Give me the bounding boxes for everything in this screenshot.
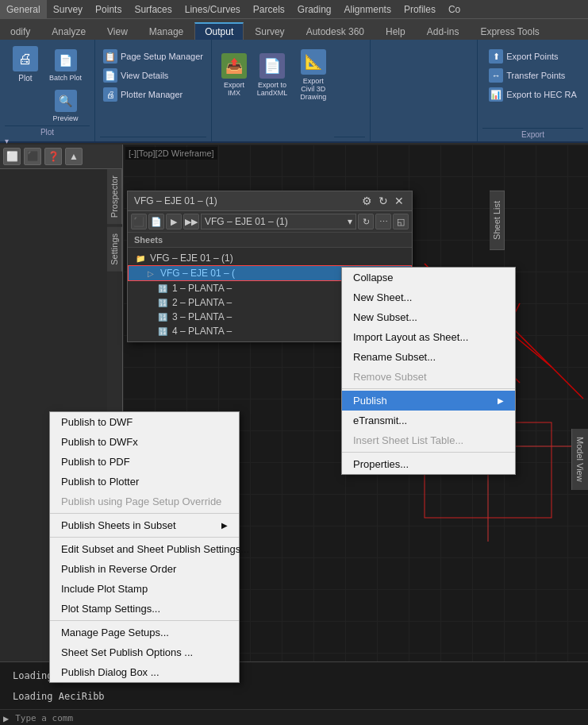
batch-plot-icon: 📄 (55, 49, 77, 71)
menu-points[interactable]: Points (89, 0, 128, 18)
export-civil3d-button[interactable]: 📐 Export Civil 3DDrawing (293, 46, 334, 104)
model-view-tab[interactable]: Model View (571, 429, 588, 490)
preview-button[interactable]: 🔍 Preview (44, 87, 86, 125)
tab-autodesk360[interactable]: Autodesk 360 (296, 22, 375, 40)
ctx-collapse[interactable]: Collapse (342, 268, 515, 287)
tab-view[interactable]: View (97, 22, 138, 40)
export-points-button[interactable]: ⬆ Export Points (486, 48, 580, 65)
ctx-left-stamp-settings[interactable]: Plot Stamp Settings... (50, 599, 239, 619)
transfer-points-icon: ↔ (489, 68, 503, 83)
sm-btn-2[interactable]: 📄 (148, 214, 164, 229)
ctx-left-edit-settings[interactable]: Edit Subset and Sheet Publish Settings..… (50, 539, 239, 559)
export-civil3d-icon: 📐 (301, 49, 326, 75)
ctx-left-sheet-options[interactable]: Sheet Set Publish Options ... (50, 642, 239, 662)
batch-plot-button[interactable]: 📄 Batch Plot (44, 46, 86, 85)
ctx-left-sep-2 (50, 537, 239, 538)
ctx-left-page-setup: Publish using Page Setup Override (50, 492, 239, 511)
sm-expand[interactable]: ◱ (393, 214, 409, 229)
console-prompt-icon: ▶ (3, 713, 9, 724)
export-main-label (334, 137, 365, 141)
export-imx-icon: 📤 (221, 53, 247, 79)
ctx-publish-arrow: ▶ (498, 396, 504, 405)
tab-addins[interactable]: Add-ins (417, 22, 470, 40)
panel-tool-1[interactable]: ⬜ (3, 148, 21, 165)
tab-manage[interactable]: Manage (139, 22, 194, 40)
ctx-left-dwfx[interactable]: Publish to DWFx (50, 432, 239, 452)
export-imx-button[interactable]: 📤 Export IMX (217, 46, 252, 104)
ctx-properties[interactable]: Properties... (342, 454, 515, 474)
ctx-left-page-setups[interactable]: Manage Page Setups... (50, 623, 239, 642)
ctx-left-pdf[interactable]: Publish to PDF (50, 452, 239, 472)
sheet-2-icon: 🔢 (156, 297, 169, 308)
console-line-2: Loading AeciRibb (6, 686, 582, 707)
ctx-rename-subset[interactable]: Rename Subset... (342, 347, 515, 367)
sheet-manager-refresh[interactable]: ↻ (377, 195, 390, 207)
menu-grading[interactable]: Grading (291, 0, 338, 18)
view-details-icon: 📄 (103, 68, 117, 83)
tab-odify[interactable]: odify (0, 22, 40, 40)
panel-tool-2[interactable]: ⬛ (24, 148, 41, 165)
ctx-left-subset[interactable]: Publish Sheets in Subset ▶ (50, 515, 239, 535)
sheet-manager-close[interactable]: ✕ (393, 195, 405, 207)
export-hec-ra-button[interactable]: 📊 Export to HEC RA (486, 86, 580, 103)
menu-co[interactable]: Co (442, 0, 467, 18)
ctx-publish[interactable]: Publish ▶ (342, 391, 515, 411)
sheet-subset-icon: ▷ (144, 268, 157, 279)
ctx-separator-1 (342, 388, 515, 389)
view-details-button[interactable]: 📄 View Details (100, 67, 206, 84)
page-setup-group: 📋 Page Setup Manager 📄 View Details 🖨 Pl… (95, 40, 212, 141)
tab-help[interactable]: Help (375, 22, 416, 40)
menu-general[interactable]: General (0, 0, 47, 18)
ctx-left-plotter[interactable]: Publish to Plotter (50, 472, 239, 492)
sheet-manager-title: VFG – EJE 01 – (1) (134, 195, 217, 206)
tab-express-tools[interactable]: Express Tools (470, 22, 549, 40)
ctx-left-plot-stamp[interactable]: Include Plot Stamp (50, 579, 239, 599)
ctx-etransmit[interactable]: eTransmit... (342, 411, 515, 430)
menu-alignments[interactable]: Alignments (338, 0, 398, 18)
wireframe-label: [-][Top][2D Wireframe] (125, 147, 217, 160)
page-setup-manager-button[interactable]: 📋 Page Setup Manager (100, 48, 206, 65)
menu-survey[interactable]: Survey (47, 0, 89, 18)
ctx-left-reverse[interactable]: Publish in Reverse Order (50, 559, 239, 579)
sheet-3-icon: 🔢 (156, 311, 169, 322)
sm-btn-3[interactable]: ▶ (166, 214, 182, 229)
export-landxml-button[interactable]: 📄 Export toLandXML (255, 46, 290, 104)
export-points-group: ⬆ Export Points ↔ Transfer Points 📊 Expo… (477, 40, 588, 141)
ctx-left-dialog-box[interactable]: Publish Dialog Box ... (50, 662, 239, 682)
sheet-item-root[interactable]: 📁 VFG – EJE 01 – (1) (128, 251, 412, 265)
tab-survey[interactable]: Survey (244, 22, 294, 40)
ctx-import-layout[interactable]: Import Layout as Sheet... (342, 327, 515, 347)
prospector-tab[interactable]: Prospector (107, 169, 122, 224)
menu-parcels[interactable]: Parcels (247, 0, 291, 18)
panel-toolbar: ⬜ ⬛ ❓ ▲ (0, 145, 122, 169)
ctx-remove-subset: Remove Subset (342, 367, 515, 387)
menu-profiles[interactable]: Profiles (398, 0, 442, 18)
menu-surfaces[interactable]: Surfaces (128, 0, 178, 18)
sheet-list-tab[interactable]: Sheet List (490, 191, 505, 250)
tab-analyze[interactable]: Analyze (41, 22, 96, 40)
panel-scroll-up[interactable]: ▲ (65, 148, 83, 165)
sheet-manager-options[interactable]: ⚙ (360, 195, 374, 207)
sheets-section-header: Sheets (128, 233, 412, 248)
tab-output[interactable]: Output (194, 22, 244, 40)
sm-btn-4[interactable]: ▶▶ (183, 214, 199, 229)
ctx-new-sheet[interactable]: New Sheet... (342, 287, 515, 307)
ctx-new-subset[interactable]: New Subset... (342, 307, 515, 327)
sm-refresh[interactable]: ↻ (358, 214, 374, 229)
panel-tool-3[interactable]: ❓ (44, 148, 62, 165)
page-setup-icon: 📋 (103, 49, 117, 64)
menu-lines-curves[interactable]: Lines/Curves (179, 0, 247, 18)
plot-button[interactable]: 🖨 Plot (8, 43, 43, 86)
sm-menu[interactable]: ⋯ (375, 214, 391, 229)
ribbon-content: 🖨 Plot 📄 Batch Plot 🔍 Preview Plot ▾ (0, 40, 588, 143)
sheet-4-icon: 🔢 (156, 326, 169, 337)
sheet-dropdown[interactable]: VFG – EJE 01 – (1) ▾ (201, 214, 356, 229)
console-placeholder: Type a comm (12, 712, 76, 725)
settings-tab[interactable]: Settings (107, 227, 122, 272)
sm-btn-1[interactable]: ⬛ (131, 214, 147, 229)
transfer-points-button[interactable]: ↔ Transfer Points (486, 67, 580, 84)
ctx-left-subset-arrow: ▶ (221, 521, 228, 530)
ctx-left-dwf[interactable]: Publish to DWF (50, 412, 239, 432)
plotter-manager-button[interactable]: 🖨 Plotter Manager (100, 86, 206, 103)
export-landxml-icon: 📄 (259, 53, 285, 79)
